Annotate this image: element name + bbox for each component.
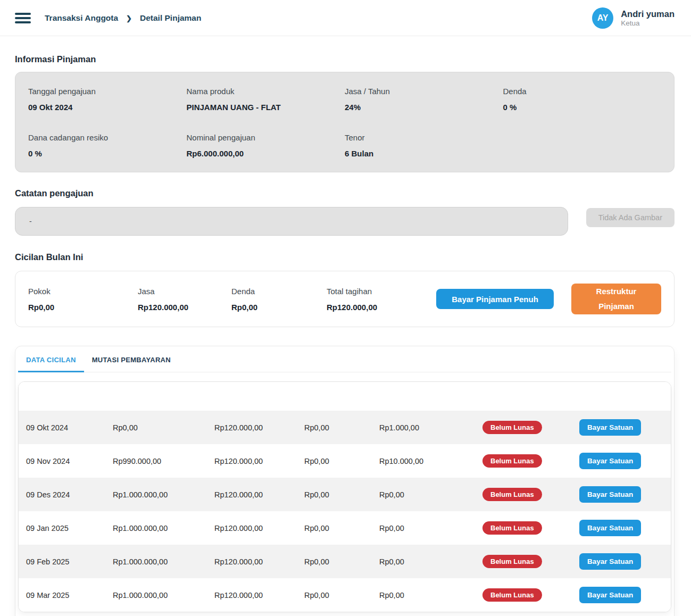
- field-value: Rp0,00: [28, 303, 138, 312]
- cell-tagihan-lainnya: Rp0,00: [379, 490, 482, 499]
- field-label: Denda: [231, 287, 327, 296]
- cell-pokok: Rp1.000.000,00: [113, 524, 214, 532]
- field-label: Jasa / Tahun: [345, 87, 503, 96]
- no-image-button[interactable]: Tidak Ada Gambar: [586, 208, 675, 227]
- cell-denda: Rp0,00: [304, 423, 379, 432]
- table-body: 09 Okt 2024 Rp0,00 Rp120.000,00 Rp0,00 R…: [19, 411, 671, 612]
- top-bar: Transaksi Anggota ❯ Detail Pinjaman AY A…: [0, 0, 691, 36]
- field-label: Nominal pengajuan: [187, 133, 345, 142]
- field-pokok: Pokok Rp0,00: [28, 287, 138, 312]
- field-label: Nama produk: [187, 87, 345, 96]
- cell-due-date: 09 Feb 2025: [26, 557, 113, 566]
- cell-denda: Rp0,00: [304, 457, 379, 465]
- cell-pokok: Rp990.000,00: [113, 457, 214, 465]
- field-value: 24%: [345, 103, 503, 112]
- field-value: 6 Bulan: [345, 149, 503, 158]
- cell-due-date: 09 Jan 2025: [26, 524, 113, 532]
- field-label: Tenor: [345, 133, 503, 142]
- cell-jasa: Rp120.000,00: [214, 524, 304, 532]
- field-value: Rp0,00: [231, 303, 327, 312]
- status-badge: Belum Lunas: [482, 454, 542, 468]
- field-label: Dana cadangan resiko: [28, 133, 187, 142]
- cell-due-date: 09 Okt 2024: [26, 423, 113, 432]
- cell-due-date: 09 Mar 2025: [26, 591, 113, 600]
- field-jasa: Jasa Rp120.000,00: [138, 287, 231, 312]
- informasi-pinjaman-card: Tanggal pengajuan 09 Okt 2024 Nama produ…: [15, 72, 675, 172]
- field-dana-cadangan-resiko: Dana cadangan resiko 0 %: [28, 133, 187, 158]
- cell-tagihan-lainnya: Rp0,00: [379, 557, 482, 566]
- field-total-tagihan: Total tagihan Rp120.000,00: [327, 287, 436, 312]
- table-row: 09 Nov 2024 Rp990.000,00 Rp120.000,00 Rp…: [19, 444, 671, 478]
- cell-pokok: Rp1.000.000,00: [113, 557, 214, 566]
- field-label: Pokok: [28, 287, 138, 296]
- section-title-informasi-pinjaman: Informasi Pinjaman: [15, 54, 675, 64]
- table-row: 09 Mar 2025 Rp1.000.000,00 Rp120.000,00 …: [19, 578, 671, 612]
- field-value: Rp120.000,00: [138, 303, 231, 312]
- cell-jasa: Rp120.000,00: [214, 490, 304, 499]
- cell-denda: Rp0,00: [304, 591, 379, 600]
- pay-single-button[interactable]: Bayar Satuan: [579, 587, 641, 603]
- field-value: Rp6.000.000,00: [187, 149, 345, 158]
- section-catatan-pengajuan: Catatan pengajuan - Tidak Ada Gambar: [15, 188, 675, 236]
- breadcrumb-detail-pinjaman[interactable]: Detail Pinjaman: [140, 13, 201, 23]
- cell-due-date: 09 Des 2024: [26, 490, 113, 499]
- field-nominal-pengajuan: Nominal pengajuan Rp6.000.000,00: [187, 133, 345, 158]
- pay-single-button[interactable]: Bayar Satuan: [579, 520, 641, 536]
- table-row: 09 Jan 2025 Rp1.000.000,00 Rp120.000,00 …: [19, 511, 671, 545]
- field-jasa-tahun: Jasa / Tahun 24%: [345, 87, 503, 112]
- status-badge: Belum Lunas: [482, 521, 542, 535]
- user-name: Andri yuman: [621, 9, 675, 20]
- field-denda: Denda 0 %: [503, 87, 662, 112]
- pay-full-loan-button[interactable]: Bayar Pinjaman Penuh: [436, 289, 554, 309]
- cell-tagihan-lainnya: Rp0,00: [379, 524, 482, 532]
- pay-single-button[interactable]: Bayar Satuan: [579, 453, 641, 469]
- field-label: Jasa: [138, 287, 231, 296]
- table-header-row: [19, 382, 671, 411]
- section-cicilan-bulan-ini: Cicilan Bulan Ini Pokok Rp0,00 Jasa Rp12…: [15, 252, 675, 327]
- status-badge: Belum Lunas: [482, 588, 542, 602]
- breadcrumb-transaksi-anggota[interactable]: Transaksi Anggota: [45, 13, 118, 23]
- field-value: 0 %: [28, 149, 187, 158]
- cicilan-bulan-ini-card: Pokok Rp0,00 Jasa Rp120.000,00 Denda Rp0…: [15, 271, 675, 327]
- field-tenor: Tenor 6 Bulan: [345, 133, 503, 158]
- installments-table: 09 Okt 2024 Rp0,00 Rp120.000,00 Rp0,00 R…: [18, 381, 671, 612]
- table-row: 09 Des 2024 Rp1.000.000,00 Rp120.000,00 …: [19, 478, 671, 511]
- field-value: 09 Okt 2024: [28, 103, 187, 112]
- pay-single-button[interactable]: Bayar Satuan: [579, 419, 641, 436]
- cell-tagihan-lainnya: Rp1.000,00: [379, 423, 482, 432]
- cell-denda: Rp0,00: [304, 524, 379, 532]
- field-label: Total tagihan: [327, 287, 436, 296]
- cell-denda: Rp0,00: [304, 557, 379, 566]
- chevron-right-icon: ❯: [126, 14, 132, 22]
- pay-single-button[interactable]: Bayar Satuan: [579, 553, 641, 570]
- tab-mutasi-pembayaran[interactable]: MUTASI PEMBAYARAN: [84, 346, 179, 372]
- table-row: 09 Feb 2025 Rp1.000.000,00 Rp120.000,00 …: [19, 545, 671, 578]
- section-informasi-pinjaman: Informasi Pinjaman Tanggal pengajuan 09 …: [15, 54, 675, 172]
- user-menu[interactable]: AY Andri yuman Ketua: [592, 7, 675, 29]
- cell-pokok: Rp1.000.000,00: [113, 591, 214, 600]
- field-label: Denda: [503, 87, 662, 96]
- restructure-loan-button[interactable]: Restruktur Pinjaman: [571, 284, 661, 314]
- cell-pokok: Rp0,00: [113, 423, 214, 432]
- field-denda-bulan-ini: Denda Rp0,00: [231, 287, 327, 312]
- cell-jasa: Rp120.000,00: [214, 591, 304, 600]
- cell-due-date: 09 Nov 2024: [26, 457, 113, 465]
- tab-data-cicilan[interactable]: DATA CICILAN: [18, 346, 84, 372]
- cell-jasa: Rp120.000,00: [214, 457, 304, 465]
- section-title-catatan-pengajuan: Catatan pengajuan: [15, 188, 675, 198]
- field-value: 0 %: [503, 103, 662, 112]
- tab-bar: DATA CICILAN MUTASI PEMBAYARAN: [18, 346, 671, 372]
- field-nama-produk: Nama produk PINJAMAN UANG - FLAT: [187, 87, 345, 112]
- status-badge: Belum Lunas: [482, 421, 542, 434]
- field-value: PINJAMAN UANG - FLAT: [187, 103, 345, 112]
- avatar[interactable]: AY: [592, 7, 613, 29]
- cell-jasa: Rp120.000,00: [214, 557, 304, 566]
- breadcrumb: Transaksi Anggota ❯ Detail Pinjaman: [45, 13, 201, 23]
- cell-jasa: Rp120.000,00: [214, 423, 304, 432]
- hamburger-menu-icon[interactable]: [15, 13, 31, 23]
- section-title-cicilan-bulan-ini: Cicilan Bulan Ini: [15, 252, 675, 262]
- field-label: Tanggal pengajuan: [28, 87, 187, 96]
- status-badge: Belum Lunas: [482, 555, 542, 568]
- pay-single-button[interactable]: Bayar Satuan: [579, 486, 641, 503]
- field-value: Rp120.000,00: [327, 303, 436, 312]
